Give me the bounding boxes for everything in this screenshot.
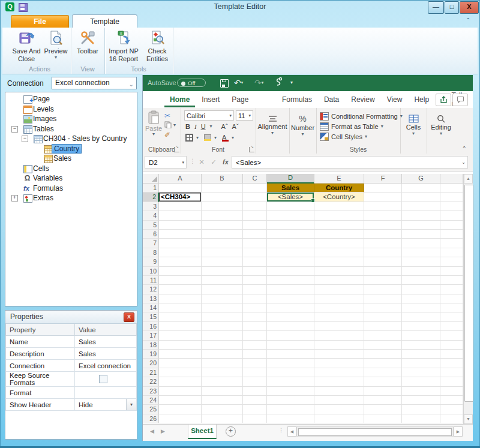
property-row-show-header[interactable]: Show HeaderHide▾ <box>6 399 137 411</box>
tree-item-sales[interactable]: Sales <box>5 154 137 164</box>
cell[interactable] <box>243 312 267 321</box>
cells-button[interactable]: Cells ▾ <box>400 108 427 143</box>
cell[interactable] <box>364 193 402 202</box>
cell[interactable] <box>267 396 314 405</box>
collapse-ribbon-icon[interactable]: ⌃ <box>466 17 470 23</box>
row-header-23[interactable]: 23 <box>143 387 159 396</box>
row-header-20[interactable]: 20 <box>143 359 159 368</box>
row-header-14[interactable]: 14 <box>143 303 159 312</box>
row-header-21[interactable]: 21 <box>143 368 159 377</box>
row-header-16[interactable]: 16 <box>143 322 159 331</box>
column-header-E[interactable]: E <box>314 174 364 184</box>
cell[interactable] <box>402 341 440 350</box>
value-dropdown-icon[interactable]: ▾ <box>126 399 136 410</box>
cell[interactable] <box>314 377 364 386</box>
check-entities-button[interactable]: Check Entities <box>143 29 172 62</box>
cell[interactable] <box>440 230 463 239</box>
excel-tab-help[interactable]: Help <box>409 92 434 107</box>
borders-icon[interactable] <box>185 134 193 142</box>
cell[interactable] <box>314 221 364 230</box>
cell[interactable] <box>440 405 463 414</box>
add-sheet-icon[interactable]: + <box>226 426 236 437</box>
row-header-11[interactable]: 11 <box>143 276 159 285</box>
cell[interactable] <box>159 359 202 368</box>
cell-E2[interactable]: <Country> <box>314 193 364 202</box>
cell[interactable] <box>267 230 314 239</box>
tree-item-tables[interactable]: −Tables <box>5 124 137 134</box>
cell[interactable] <box>314 368 364 377</box>
alignment-button[interactable]: Alignment ▾ <box>256 108 289 143</box>
cell[interactable] <box>402 193 440 202</box>
cell[interactable] <box>202 211 243 220</box>
cell[interactable] <box>243 331 267 340</box>
cell[interactable] <box>267 257 314 266</box>
property-row-format[interactable]: Format <box>6 387 137 399</box>
font-color-icon[interactable]: A <box>222 134 229 142</box>
cell[interactable] <box>314 257 364 266</box>
formula-bar-grip[interactable]: ⋮ <box>190 158 196 164</box>
cell[interactable] <box>440 248 463 257</box>
row-header-2[interactable]: 2 <box>143 193 159 202</box>
cell[interactable] <box>402 184 440 193</box>
cell[interactable] <box>402 239 440 248</box>
cell[interactable] <box>243 230 267 239</box>
row-header-22[interactable]: 22 <box>143 377 159 386</box>
paste-button[interactable]: Paste ▾ <box>145 110 162 137</box>
increase-font-button[interactable]: Aˆ <box>221 123 228 130</box>
cell[interactable] <box>402 211 440 220</box>
next-sheet-icon[interactable]: ▶ <box>161 428 165 434</box>
cell[interactable] <box>440 211 463 220</box>
cell[interactable] <box>243 359 267 368</box>
row-header-1[interactable]: 1 <box>143 184 159 193</box>
clipboard-dialog-launcher-icon[interactable] <box>174 147 179 152</box>
import-np16-report-button[interactable]: X Import NP 16 Report <box>106 29 142 62</box>
undo-icon[interactable]: ↶▾ <box>234 77 243 88</box>
cell[interactable] <box>402 414 440 423</box>
cell[interactable] <box>364 396 402 405</box>
cell[interactable] <box>159 405 202 414</box>
row-header-12[interactable]: 12 <box>143 285 159 294</box>
cell[interactable] <box>267 312 314 321</box>
cell[interactable] <box>202 405 243 414</box>
cell[interactable] <box>314 359 364 368</box>
share-button[interactable] <box>436 94 451 106</box>
cell[interactable] <box>159 257 202 266</box>
cell[interactable] <box>440 396 463 405</box>
cell[interactable] <box>202 248 243 257</box>
cell[interactable] <box>202 312 243 321</box>
row-header-7[interactable]: 7 <box>143 239 159 248</box>
maximize-button[interactable]: □ <box>445 1 459 14</box>
cell[interactable] <box>364 239 402 248</box>
cell[interactable] <box>440 377 463 386</box>
cancel-formula-icon[interactable]: ✕ <box>196 156 208 169</box>
cell[interactable] <box>267 387 314 396</box>
cell[interactable] <box>364 184 402 193</box>
cell[interactable] <box>364 341 402 350</box>
cell[interactable] <box>267 414 314 423</box>
tree-item-levels[interactable]: Levels <box>5 104 137 115</box>
cell[interactable] <box>402 248 440 257</box>
row-header-5[interactable]: 5 <box>143 221 159 230</box>
expand-node-icon[interactable]: + <box>11 195 18 202</box>
cell[interactable] <box>402 359 440 368</box>
prev-sheet-icon[interactable]: ◀ <box>150 428 154 434</box>
cell[interactable] <box>267 285 314 294</box>
cell[interactable] <box>159 184 202 193</box>
cell[interactable] <box>202 396 243 405</box>
underline-dropdown-icon[interactable]: ▾ <box>210 124 212 129</box>
cell[interactable] <box>243 303 267 312</box>
cell[interactable] <box>243 239 267 248</box>
cell[interactable] <box>402 350 440 359</box>
horizontal-scrollbar[interactable] <box>296 426 454 437</box>
row-header-18[interactable]: 18 <box>143 341 159 350</box>
cell[interactable] <box>402 294 440 303</box>
cell[interactable] <box>402 405 440 414</box>
cell[interactable] <box>159 377 202 386</box>
cell[interactable] <box>314 202 364 211</box>
cell[interactable] <box>243 193 267 202</box>
vertical-scroll-thumb[interactable] <box>464 185 473 402</box>
tree-item-cells[interactable]: Cells <box>5 164 137 174</box>
cell[interactable] <box>440 322 463 331</box>
tree-item-country[interactable]: Country <box>5 144 137 154</box>
cell[interactable] <box>267 359 314 368</box>
